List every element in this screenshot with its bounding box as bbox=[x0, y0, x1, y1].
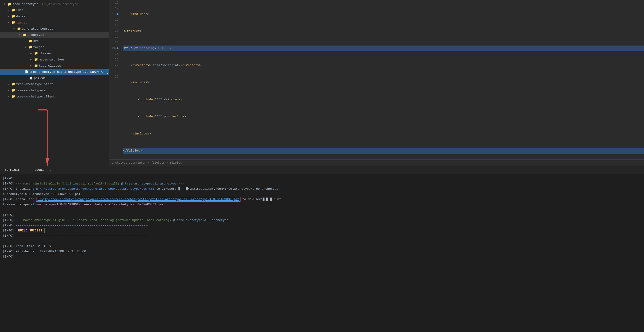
expand-arrow-classes: ▶ bbox=[30, 52, 34, 55]
tree-item-label: tree-archetype E:\jkp\tree-archetype bbox=[12, 2, 78, 6]
tree-item-target[interactable]: ▼ 📁 target bbox=[0, 20, 109, 26]
terminal-line-6: [INFO] --- maven-archetype-plugin:3.2.1:… bbox=[3, 218, 641, 223]
tree-item-docker[interactable]: ▶ 📁 docker bbox=[0, 13, 109, 20]
tree-item-root[interactable]: ▼ 📁 tree-archetype E:\jkp\tree-archetype bbox=[0, 1, 109, 7]
folder-icon-classes: 📁 bbox=[34, 52, 38, 55]
folder-icon-maven-archiver: 📁 bbox=[34, 58, 38, 61]
code-line-21: <include>**/*.</include> bbox=[123, 97, 644, 102]
tree-label-test-classes: test-classes bbox=[39, 64, 61, 68]
file-icon-pom: 📋 bbox=[30, 76, 33, 80]
terminal-line-build-success: [INFO] BUILD SUCCESS bbox=[3, 228, 641, 233]
terminal-line-3: [INFO] Installing E:\jkp\tree-archetype\… bbox=[3, 186, 641, 192]
folder-icon-archetype: 📁 bbox=[23, 33, 26, 37]
folder-icon-target-inner: 📁 bbox=[28, 45, 32, 49]
tree-item-archetype[interactable]: ▼ 📁 archetype bbox=[0, 32, 109, 38]
terminal-line-2: [INFO] --- maven-install-plugin:3.1.1:in… bbox=[3, 181, 641, 186]
tree-item-start[interactable]: ▶ 📁 tree-archetype.start bbox=[0, 81, 109, 87]
expand-arrow-generated: ▼ bbox=[13, 28, 17, 30]
tree-label-src: src bbox=[33, 39, 38, 43]
tree-label-app: tree-archetype-app bbox=[16, 89, 49, 92]
folder-icon: 📁 bbox=[8, 2, 12, 6]
file-icon-jar: 📄 bbox=[25, 70, 28, 74]
expand-arrow-target-inner: ▼ bbox=[25, 46, 28, 49]
terminal-tab-local[interactable]: Terminal bbox=[3, 167, 21, 173]
tree-item-idea[interactable]: ▶ 📁 idea bbox=[0, 7, 109, 13]
terminal-blank-2 bbox=[3, 239, 641, 244]
expand-arrow-target: ▼ bbox=[8, 21, 11, 24]
expand-arrow: ▼ bbox=[4, 3, 8, 6]
tree-label-jar: tree-archetype.all-archetype-1.0-SNAPSHO… bbox=[30, 70, 109, 74]
terminal-line-final: [INFO] bbox=[3, 254, 641, 259]
tree-item-pom[interactable]: 📋 pom.xml bbox=[0, 75, 109, 81]
code-line-19: <directory>.idea/sonarlint</directory> bbox=[123, 63, 644, 68]
tree-label-start: tree-archetype.start bbox=[16, 83, 53, 86]
breadcrumb-bar: archetype-descriptor › fileSets › fileSe… bbox=[109, 159, 644, 166]
tree-label-target: target bbox=[16, 21, 27, 25]
line-numbers: 16 17 18 19 20 21 22 23 24 25 26 27 28 2… bbox=[109, 0, 121, 159]
tree-item-jar[interactable]: 📄 tree-archetype.all-archetype-1.0-SNAPS… bbox=[0, 69, 109, 75]
folder-icon-client: 📁 bbox=[11, 95, 15, 98]
terminal-line-4: [INFO] Installing E:\jkp\tree-archetype\… bbox=[3, 197, 641, 202]
breadcrumb-text: archetype-descriptor › fileSets › fileSe… bbox=[112, 161, 182, 165]
terminal-line-1: [INFO] bbox=[3, 176, 641, 181]
terminal-container: Terminal | Local ✕ + [INFO] [INFO] --- m… bbox=[0, 166, 644, 332]
tree-item-app[interactable]: ▶ 📁 tree-archetype-app bbox=[0, 87, 109, 93]
code-area: 16 17 18 19 20 21 22 23 24 25 26 27 28 2… bbox=[109, 0, 644, 159]
code-line-16: <includes> bbox=[123, 11, 644, 17]
folder-icon-app: 📁 bbox=[11, 89, 15, 92]
main-area: ▼ 📁 tree-archetype E:\jkp\tree-archetype… bbox=[0, 0, 644, 166]
code-line-18: <fileSet encoding="UTF-8"> bbox=[123, 46, 644, 51]
tree-label-maven-archiver: maven-archiver bbox=[39, 58, 65, 61]
tree-item-client[interactable]: ▶ 📁 tree-archetype-client bbox=[0, 93, 109, 100]
tree-item-src[interactable]: ▶ 📁 src bbox=[0, 38, 109, 44]
terminal-line-4b: tree-archetype.all-archetype\1.0-SNAPSHO… bbox=[3, 202, 641, 207]
tree-label-pom: pom.xml bbox=[34, 76, 47, 80]
expand-arrow-client: ▶ bbox=[8, 95, 11, 98]
code-line-24: </fileSet> bbox=[123, 148, 644, 154]
code-content: <includes> </fileSet> <fileSet encoding=… bbox=[121, 0, 644, 159]
terminal-line-dashes2: [INFO] ---------------------------------… bbox=[3, 233, 641, 239]
terminal-tab-local-label[interactable]: Local bbox=[33, 167, 46, 173]
code-line-17: </fileSet> bbox=[123, 29, 644, 34]
terminal-line-dashes1: [INFO] ---------------------------------… bbox=[3, 223, 641, 228]
expand-arrow-docker: ▶ bbox=[8, 15, 11, 18]
code-line-20: <includes> bbox=[123, 80, 644, 85]
code-line-23: </includes> bbox=[123, 131, 644, 137]
tree-label-idea: idea bbox=[16, 9, 24, 12]
tree-item-generated-sources[interactable]: ▼ 📁 generated-sources bbox=[0, 26, 109, 32]
tree-item-maven-archiver[interactable]: ▶ 📁 maven-archiver bbox=[0, 57, 109, 63]
terminal-tab-close[interactable]: ✕ bbox=[50, 169, 51, 172]
folder-icon-src: 📁 bbox=[28, 39, 32, 43]
code-editor: 16 17 18 19 20 21 22 23 24 25 26 27 28 2… bbox=[109, 0, 644, 166]
expand-arrow-src: ▶ bbox=[25, 40, 28, 43]
file-tree-sidebar: ▼ 📁 tree-archetype E:\jkp\tree-archetype… bbox=[0, 0, 109, 166]
folder-icon-target: 📁 bbox=[11, 21, 15, 25]
expand-arrow-maven-archiver: ▶ bbox=[30, 58, 34, 61]
terminal-add-button[interactable]: + bbox=[54, 168, 56, 172]
tree-label-classes: classes bbox=[39, 52, 52, 55]
tree-item-test-classes[interactable]: ▶ 📁 test-classes bbox=[0, 63, 109, 69]
terminal-header: Terminal | Local ✕ + bbox=[0, 166, 644, 174]
folder-icon-generated: 📁 bbox=[17, 27, 21, 31]
folder-icon-docker: 📁 bbox=[11, 15, 15, 18]
expand-arrow-jar bbox=[22, 71, 25, 73]
terminal-line-3b: e-archetype.all-archetype-1.0-SNAPSHOT.p… bbox=[3, 192, 641, 197]
expand-arrow-start: ▶ bbox=[8, 83, 11, 86]
folder-icon-start: 📁 bbox=[11, 82, 15, 86]
expand-arrow-test-classes: ▶ bbox=[30, 64, 34, 67]
terminal-body[interactable]: [INFO] [INFO] --- maven-install-plugin:3… bbox=[0, 174, 644, 332]
tree-label-generated: generated-sources bbox=[22, 27, 53, 31]
tree-item-target-inner[interactable]: ▼ 📁 target bbox=[0, 44, 109, 50]
folder-icon-idea: 📁 bbox=[11, 8, 15, 12]
tree-item-classes[interactable]: ▶ 📁 classes bbox=[0, 50, 109, 57]
expand-arrow-pom bbox=[26, 77, 30, 80]
expand-arrow-idea: ▶ bbox=[8, 9, 11, 12]
terminal-line-finished: [INFO] Finished at: 2023-08-18T08:57:31+… bbox=[3, 249, 641, 254]
terminal-line-5: [INFO] bbox=[3, 212, 641, 218]
tree-label-target-inner: target bbox=[33, 46, 44, 49]
terminal-line-total-time: [INFO] Total time: 2.346 s bbox=[3, 244, 641, 249]
expand-arrow-app: ▶ bbox=[8, 89, 11, 92]
code-line-22: <include>**/*.pb</include> bbox=[123, 114, 644, 120]
folder-icon-test-classes: 📁 bbox=[34, 64, 38, 68]
terminal-blank-1 bbox=[3, 207, 641, 212]
